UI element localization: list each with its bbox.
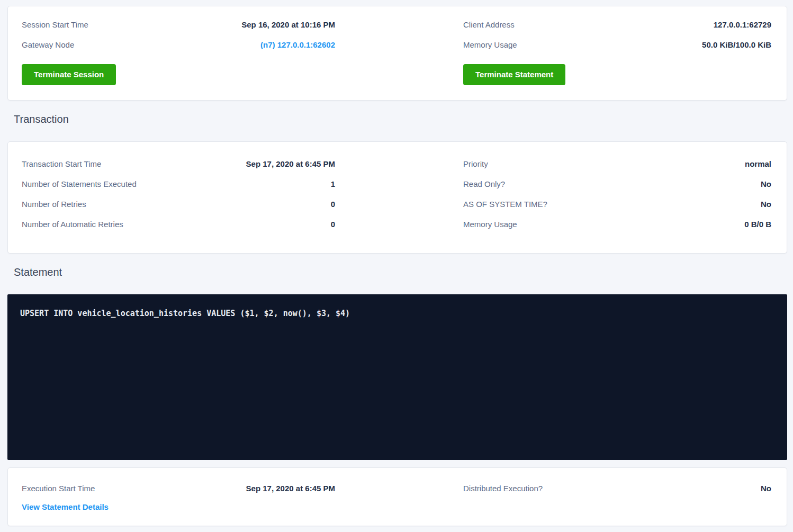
row-label: Number of Statements Executed (22, 179, 137, 189)
row-value: No (761, 484, 771, 493)
row-label: Read Only? (463, 179, 505, 189)
summary-row-session-start-time: Session Start Time Sep 16, 2020 at 10:16… (22, 20, 335, 30)
summary-row-retries: Number of Retries 0 (22, 200, 335, 209)
session-summary-card: Session Start Time Sep 16, 2020 at 10:16… (7, 6, 787, 101)
statement-summary-card: Execution Start Time Sep 17, 2020 at 6:4… (7, 467, 787, 526)
transaction-card-right-column: Priority normal Read Only? No AS OF SYST… (463, 159, 771, 240)
row-label: AS OF SYSTEM TIME? (463, 200, 547, 209)
summary-row-transaction-memory-usage: Memory Usage 0 B/0 B (463, 220, 771, 229)
row-label: Transaction Start Time (22, 159, 101, 169)
row-label: Gateway Node (22, 40, 74, 50)
summary-row-priority: Priority normal (463, 159, 771, 169)
session-card-left-column: Session Start Time Sep 16, 2020 at 10:16… (22, 20, 335, 85)
sql-statement-box: UPSERT INTO vehicle_location_histories V… (7, 294, 787, 460)
transaction-heading: Transaction (14, 113, 787, 125)
row-value: 0 B/0 B (744, 220, 771, 229)
terminate-session-button[interactable]: Terminate Session (22, 64, 116, 85)
summary-row-statements-executed: Number of Statements Executed 1 (22, 179, 335, 189)
statement-card-right-column: Distributed Execution? No (463, 484, 771, 512)
view-statement-details-link[interactable]: View Statement Details (22, 502, 109, 512)
transaction-card-left-column: Transaction Start Time Sep 17, 2020 at 6… (22, 159, 335, 240)
row-value: Sep 17, 2020 at 6:45 PM (246, 159, 335, 169)
row-value: No (761, 200, 771, 209)
summary-row-as-of-system-time: AS OF SYSTEM TIME? No (463, 200, 771, 209)
row-label: Priority (463, 159, 488, 169)
row-label: Session Start Time (22, 20, 88, 30)
session-details-page: Session Start Time Sep 16, 2020 at 10:16… (0, 0, 793, 526)
row-value: 0 (331, 200, 335, 209)
row-value: 50.0 KiB/100.0 KiB (702, 40, 771, 50)
transaction-card: Transaction Start Time Sep 17, 2020 at 6… (7, 141, 787, 254)
row-label: Memory Usage (463, 220, 517, 229)
session-card-right-column: Client Address 127.0.0.1:62729 Memory Us… (463, 20, 771, 85)
sql-statement-text: UPSERT INTO vehicle_location_histories V… (20, 309, 350, 318)
summary-row-distributed-execution: Distributed Execution? No (463, 484, 771, 493)
row-label: Number of Retries (22, 200, 86, 209)
row-value: 1 (331, 179, 335, 189)
summary-row-session-memory-usage: Memory Usage 50.0 KiB/100.0 KiB (463, 40, 771, 50)
summary-row-execution-start-time: Execution Start Time Sep 17, 2020 at 6:4… (22, 484, 335, 493)
row-value: Sep 17, 2020 at 6:45 PM (246, 484, 335, 493)
row-label: Distributed Execution? (463, 484, 543, 493)
row-label: Memory Usage (463, 40, 517, 50)
summary-row-read-only: Read Only? No (463, 179, 771, 189)
row-value: No (761, 179, 771, 189)
row-value: normal (745, 159, 771, 169)
row-label: Execution Start Time (22, 484, 95, 493)
summary-row-automatic-retries: Number of Automatic Retries 0 (22, 220, 335, 229)
row-label: Number of Automatic Retries (22, 220, 123, 229)
row-value: 127.0.0.1:62729 (714, 20, 771, 30)
row-label: Client Address (463, 20, 515, 30)
row-value: Sep 16, 2020 at 10:16 PM (241, 20, 335, 30)
terminate-statement-button[interactable]: Terminate Statement (463, 64, 565, 85)
summary-row-transaction-start-time: Transaction Start Time Sep 17, 2020 at 6… (22, 159, 335, 169)
gateway-node-link[interactable]: (n7) 127.0.0.1:62602 (260, 40, 335, 50)
summary-row-gateway-node: Gateway Node (n7) 127.0.0.1:62602 (22, 40, 335, 50)
statement-card-left-column: Execution Start Time Sep 17, 2020 at 6:4… (22, 484, 335, 512)
statement-heading: Statement (14, 266, 787, 278)
summary-row-client-address: Client Address 127.0.0.1:62729 (463, 20, 771, 30)
row-value: 0 (331, 220, 335, 229)
